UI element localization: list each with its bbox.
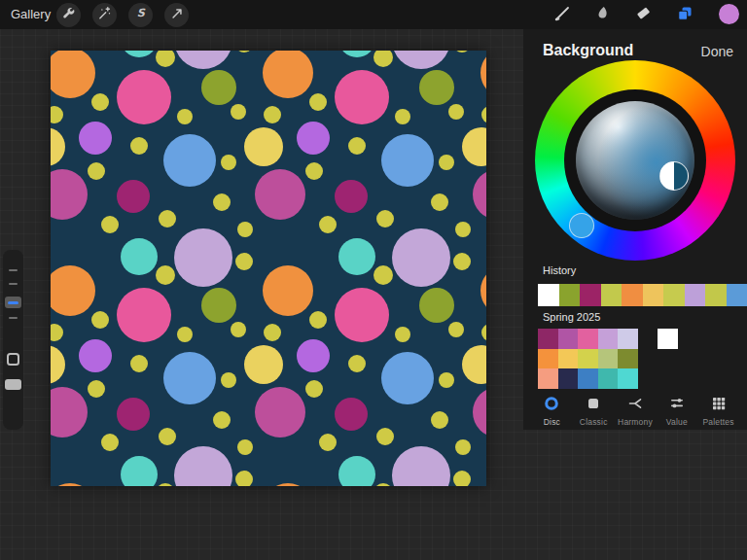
color-panel: Background Done History Spring 2025 Disc… [523,29,747,430]
pattern-circle [455,439,471,455]
palette-swatch[interactable] [558,368,579,389]
pattern-circle [439,372,454,388]
history-swatch[interactable] [622,284,643,306]
hue-handle[interactable] [569,213,594,238]
pattern-circle [244,127,283,166]
pattern-circle [255,387,305,438]
pattern-circle [51,51,95,98]
pattern-circle [309,311,327,329]
gallery-button[interactable]: Gallery [11,0,51,29]
palette-empty-slot [678,329,698,349]
history-swatch[interactable] [727,284,747,306]
pattern-circle [338,456,375,486]
history-swatch[interactable] [538,284,559,306]
modify-button[interactable] [7,353,19,366]
pattern-circle [237,439,253,455]
pattern-circle [419,288,454,323]
history-swatch[interactable] [580,284,601,306]
hue-ring[interactable] [535,60,735,261]
size-slider-accent [8,301,18,304]
palette-swatch[interactable] [618,349,638,369]
done-button[interactable]: Done [701,44,733,59]
history-swatch[interactable] [559,284,581,306]
pattern-circle [309,93,327,111]
selection-button[interactable]: S [128,3,153,27]
tab-disc[interactable]: Disc [531,393,573,428]
pattern-circle [101,216,119,233]
selection-s-icon: S [133,6,148,24]
palette-swatch[interactable] [538,349,558,369]
history-swatch[interactable] [601,284,622,306]
palette-swatch[interactable] [578,349,598,369]
palette-swatch[interactable] [598,368,619,389]
pattern-circle [319,434,337,451]
palette-empty-slot [638,368,658,389]
palette-swatch[interactable] [538,368,558,389]
palette-empty-slot [678,368,698,389]
palette-swatch[interactable] [618,368,638,389]
canvas[interactable] [51,51,486,486]
tab-value[interactable]: Value [656,393,697,428]
eraser-button[interactable] [632,4,655,26]
pattern-circle [51,265,95,316]
magic-wand-icon [97,6,112,24]
palette-swatch[interactable] [598,349,619,369]
pattern-circle [448,104,464,120]
palette-swatch[interactable] [598,329,619,349]
pattern-circle [79,122,112,155]
palette-empty-slot [678,349,698,369]
history-swatch[interactable] [643,284,664,306]
palette-swatch[interactable] [558,329,579,349]
pattern-circle [201,288,236,323]
palette-swatch[interactable] [558,349,579,369]
pattern-circle [130,137,148,155]
palette-swatch[interactable] [658,329,678,349]
pattern-circle [177,327,193,342]
history-swatch[interactable] [685,284,706,306]
pattern-circle [338,238,375,275]
panel-title: Background [543,42,633,59]
pattern-circle [130,355,148,372]
pattern-circle [376,428,394,445]
smudge-button[interactable] [591,4,614,26]
palette-swatch[interactable] [618,329,638,349]
harmony-icon [627,396,643,415]
pattern-circle [213,193,231,211]
pattern-circle [121,238,158,275]
tab-harmony[interactable]: Harmony [615,393,657,428]
pattern-circle [481,324,486,341]
size-slider-handle[interactable] [5,297,21,308]
top-toolbar: Gallery S [0,0,747,29]
value-icon [669,396,685,415]
layers-button[interactable] [673,4,695,26]
history-swatch[interactable] [663,284,685,306]
pattern-circle [117,70,171,124]
wrench-icon [61,6,76,24]
opacity-slider-handle[interactable] [5,379,21,390]
actions-button[interactable] [56,3,81,27]
saturation-selector[interactable] [659,161,689,191]
palette-swatch[interactable] [538,329,558,349]
pattern-circle [231,104,246,120]
svg-text:S: S [137,7,146,19]
pattern-circle [174,228,232,287]
tab-palettes[interactable]: Palettes [697,393,739,428]
brush-button[interactable] [551,4,573,26]
palette-label: Spring 2025 [543,311,600,323]
pattern-circle [244,345,283,384]
palette-swatch[interactable] [578,329,598,349]
history-swatch[interactable] [705,284,727,306]
pattern-circle [455,222,471,237]
saturation-sphere[interactable] [576,101,694,220]
color-mode-tabs: DiscClassicHarmonyValuePalettes [531,393,739,428]
pattern-circle [51,324,63,341]
tab-classic[interactable]: Classic [573,393,615,428]
pattern-circle [448,322,464,337]
palette-swatch[interactable] [578,368,598,389]
transform-button[interactable] [164,3,189,27]
adjustments-button[interactable] [92,3,117,27]
pattern-circle [174,51,232,69]
active-color-button[interactable] [719,4,739,24]
pattern-circle [297,122,330,155]
pattern-circle [101,434,119,451]
